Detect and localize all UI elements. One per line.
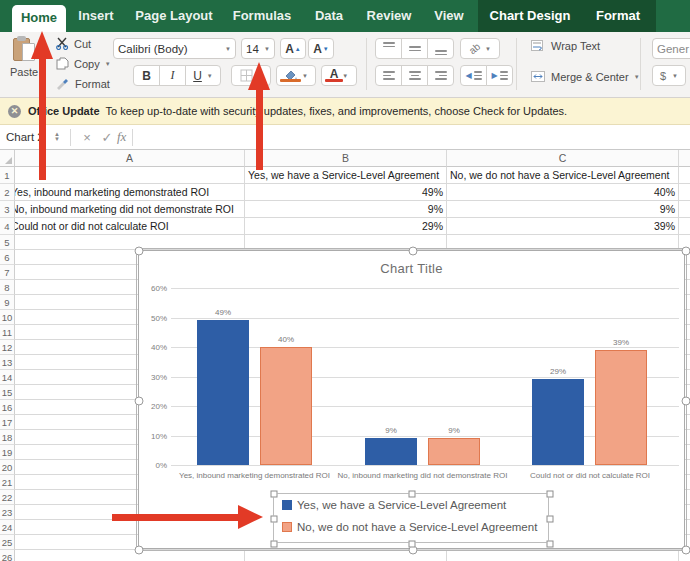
align-top-button[interactable] <box>375 38 402 59</box>
align-center-button[interactable] <box>401 65 428 86</box>
chart-selection-handle[interactable] <box>408 247 417 256</box>
align-right-button[interactable] <box>427 65 454 86</box>
bar-series1-cat3[interactable] <box>532 379 584 465</box>
row-header[interactable]: 21 <box>0 475 15 490</box>
row-header[interactable]: 11 <box>0 325 15 340</box>
number-format-combo[interactable]: Gener <box>652 38 690 59</box>
orientation-button[interactable]: ab ▼ <box>460 38 500 59</box>
dismiss-notification-icon[interactable]: ✕ <box>8 105 21 118</box>
increase-indent-button[interactable]: ▶ <box>486 65 513 86</box>
name-box-stepper[interactable]: ▲▼ <box>50 132 64 142</box>
currency-format-button[interactable]: $ ▼ <box>652 65 686 86</box>
select-all-corner[interactable] <box>0 150 15 167</box>
chart-selection-handle[interactable] <box>682 247 690 256</box>
bar-series1-cat2[interactable] <box>365 438 417 465</box>
row-header[interactable]: 8 <box>0 280 15 295</box>
font-name-combo[interactable]: Calibri (Body) ▼ <box>113 38 236 59</box>
tab-home[interactable]: Home <box>12 5 66 32</box>
tab-review[interactable]: Review <box>362 0 416 32</box>
tab-insert[interactable]: Insert <box>74 0 118 32</box>
row-header[interactable]: 26 <box>0 550 15 561</box>
legend-selection-handle[interactable] <box>547 516 554 523</box>
chart-selection-handle[interactable] <box>135 546 144 555</box>
row-header[interactable]: 15 <box>0 385 15 400</box>
align-middle-button[interactable] <box>401 38 428 59</box>
row-header[interactable]: 10 <box>0 310 15 325</box>
row-header[interactable]: 5 <box>0 235 15 250</box>
italic-button[interactable]: I <box>159 65 186 86</box>
wrap-text-button[interactable]: Wrap Text <box>531 40 600 52</box>
row-header[interactable]: 22 <box>0 490 15 505</box>
legend-entry[interactable]: Yes, we have a Service-Level Agreement <box>282 499 506 511</box>
chart-selection-handle[interactable] <box>135 247 144 256</box>
tab-data[interactable]: Data <box>307 0 351 32</box>
chart[interactable]: Chart Title 60%50%40%30%20%10%0%49%9%29%… <box>138 250 685 549</box>
row-header[interactable]: 6 <box>0 250 15 265</box>
tab-format[interactable]: Format <box>588 0 648 32</box>
cell[interactable] <box>679 184 690 201</box>
cell[interactable]: Yes, inbound marketing demonstrated ROI <box>15 184 245 201</box>
row-header[interactable]: 25 <box>0 535 15 550</box>
row-header[interactable]: 18 <box>0 430 15 445</box>
cell[interactable] <box>679 201 690 218</box>
tab-page-layout[interactable]: Page Layout <box>130 0 218 32</box>
row-header[interactable]: 24 <box>0 520 15 535</box>
tab-formulas[interactable]: Formulas <box>228 0 296 32</box>
cell[interactable]: No, inbound marketing did not demonstrat… <box>15 201 245 218</box>
row-header[interactable]: 20 <box>0 460 15 475</box>
chart-selection-handle[interactable] <box>135 396 144 405</box>
font-color-button[interactable]: A ▼ <box>321 65 357 86</box>
chart-legend[interactable]: Yes, we have a Service-Level AgreementNo… <box>273 493 549 543</box>
cell[interactable] <box>245 235 447 250</box>
row-header[interactable]: 17 <box>0 415 15 430</box>
align-bottom-button[interactable] <box>427 38 454 59</box>
legend-entry[interactable]: No, we do not have a Service-Level Agree… <box>282 521 537 533</box>
cell[interactable]: Yes, we have a Service-Level Agreement <box>245 167 447 184</box>
bar-series2-cat3[interactable] <box>595 350 647 465</box>
merge-center-button[interactable]: Merge & Center ▼ <box>531 71 640 83</box>
legend-selection-handle[interactable] <box>271 491 278 498</box>
cell[interactable]: 29% <box>245 218 447 235</box>
cell[interactable] <box>679 167 690 184</box>
legend-selection-handle[interactable] <box>409 541 416 548</box>
column-header-B[interactable]: B <box>245 150 447 167</box>
row-header[interactable]: 16 <box>0 400 15 415</box>
cell[interactable] <box>15 550 245 561</box>
row-header[interactable]: 1 <box>0 167 15 184</box>
row-header[interactable]: 14 <box>0 370 15 385</box>
font-size-combo[interactable]: 14 ▼ <box>241 38 275 59</box>
tab-chart-design[interactable]: Chart Design <box>487 0 573 32</box>
bar-series2-cat2[interactable] <box>428 438 480 465</box>
chart-selection-handle[interactable] <box>682 546 690 555</box>
tab-view[interactable]: View <box>427 0 471 32</box>
chart-selection-handle[interactable] <box>682 396 690 405</box>
bar-series1-cat1[interactable] <box>197 320 249 465</box>
row-header[interactable]: 4 <box>0 218 15 235</box>
legend-selection-handle[interactable] <box>271 541 278 548</box>
cell[interactable] <box>15 167 245 184</box>
cancel-icon[interactable]: × <box>77 130 97 145</box>
cell[interactable]: 9% <box>447 201 679 218</box>
grow-font-button[interactable]: A▲ <box>280 38 306 59</box>
cell[interactable]: 49% <box>245 184 447 201</box>
legend-selection-handle[interactable] <box>409 491 416 498</box>
cell[interactable] <box>15 235 245 250</box>
cell[interactable]: No, we do not have a Service-Level Agree… <box>447 167 679 184</box>
enter-icon[interactable]: ✓ <box>97 130 117 145</box>
row-header[interactable]: 13 <box>0 355 15 370</box>
cut-button[interactable]: Cut <box>56 37 91 50</box>
cell[interactable] <box>447 550 679 561</box>
cell[interactable]: Could not or did not calculate ROI <box>15 218 245 235</box>
row-header[interactable]: 19 <box>0 445 15 460</box>
row-header[interactable]: 3 <box>0 201 15 218</box>
row-header[interactable]: 2 <box>0 184 15 201</box>
cell[interactable]: 39% <box>447 218 679 235</box>
legend-selection-handle[interactable] <box>547 541 554 548</box>
bold-button[interactable]: B <box>133 65 160 86</box>
row-header[interactable]: 23 <box>0 505 15 520</box>
legend-selection-handle[interactable] <box>271 516 278 523</box>
row-header[interactable]: 7 <box>0 265 15 280</box>
legend-selection-handle[interactable] <box>547 491 554 498</box>
column-header-d[interactable] <box>679 150 690 167</box>
row-header[interactable]: 9 <box>0 295 15 310</box>
